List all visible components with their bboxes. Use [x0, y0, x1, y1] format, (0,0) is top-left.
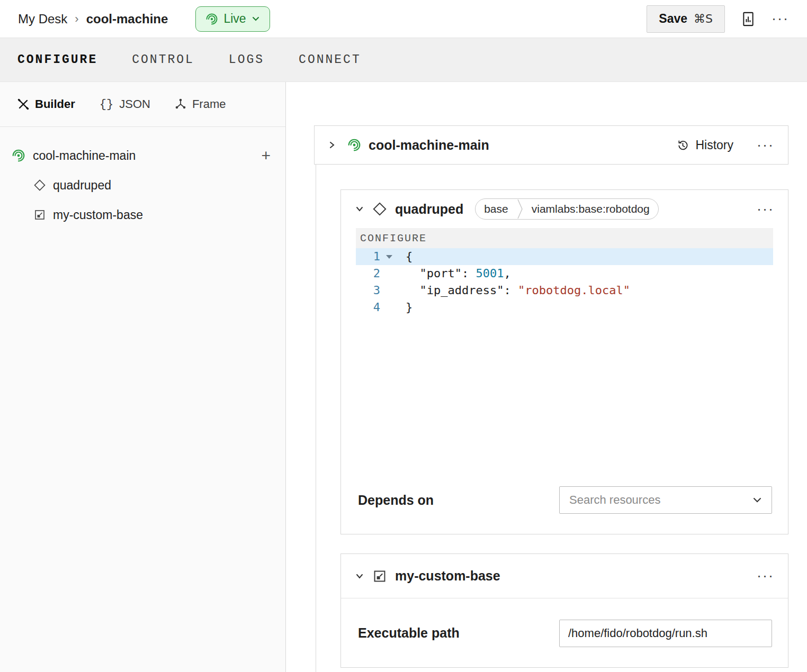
tree-item-label: quadruped — [53, 178, 111, 193]
sidebar: Builder {} JSON Frame — [0, 82, 286, 672]
tree-connector-line — [316, 146, 316, 672]
history-clock-icon — [677, 139, 689, 151]
line-number: 2 — [356, 265, 380, 282]
mode-builder[interactable]: Builder — [17, 97, 75, 111]
tree-item-label: cool-machine-main — [33, 149, 136, 163]
tree-item-quadruped[interactable]: quadruped — [0, 170, 285, 200]
tab-connect[interactable]: CONNECT — [299, 53, 361, 67]
custom-base-card-title: my-custom-base — [395, 568, 500, 584]
code-line[interactable]: 1{ — [356, 248, 773, 265]
mode-frame[interactable]: Frame — [175, 97, 226, 111]
breadcrumb-current: cool-machine — [86, 12, 168, 26]
tree-item-machine-main[interactable]: cool-machine-main + — [0, 141, 285, 170]
machine-card-more-button[interactable]: ··· — [757, 138, 774, 152]
machine-report-button[interactable] — [741, 11, 756, 27]
chevron-down-icon — [355, 205, 364, 213]
collapse-quadruped-button[interactable] — [355, 205, 364, 213]
breadcrumb: My Desk › cool-machine — [18, 12, 168, 26]
chevron-right-icon — [328, 140, 336, 150]
live-status-dropdown[interactable]: Live — [195, 6, 270, 32]
component-diamond-icon — [373, 202, 387, 216]
mode-builder-label: Builder — [35, 97, 75, 111]
tab-control[interactable]: CONTROL — [132, 53, 194, 67]
tree-item-label: my-custom-base — [53, 208, 143, 222]
custom-base-card: my-custom-base ··· Executable path — [340, 553, 788, 668]
code-text: "ip_address": "robotdog.local" — [398, 282, 630, 299]
tab-configure[interactable]: CONFIGURE — [17, 53, 97, 67]
chevron-down-icon — [252, 16, 260, 22]
configure-section-header: CONFIGURE — [356, 228, 773, 248]
badge-separator-chevron-icon — [517, 198, 523, 220]
depends-on-placeholder: Search resources — [569, 493, 660, 507]
frame-axes-icon — [175, 98, 186, 110]
save-label: Save — [659, 12, 687, 26]
module-icon — [34, 209, 46, 221]
save-button[interactable]: Save ⌘S — [647, 5, 725, 33]
machine-signal-icon — [347, 138, 361, 152]
fold-toggle-icon[interactable] — [380, 248, 398, 265]
mode-frame-label: Frame — [192, 97, 226, 111]
component-type-badge: base viamlabs:base:robotdog — [475, 198, 659, 220]
builder-tools-icon — [17, 98, 29, 110]
quadruped-card-more-button[interactable]: ··· — [757, 202, 774, 216]
attributes-code-editor[interactable]: 1{2 "port": 5001,3 "ip_address": "robotd… — [356, 248, 773, 475]
executable-path-input[interactable] — [559, 620, 772, 647]
history-label: History — [695, 138, 733, 152]
badge-model: viamlabs:base:robotdog — [523, 199, 658, 219]
configure-section-label: CONFIGURE — [360, 232, 427, 244]
live-signal-icon — [205, 13, 218, 25]
save-shortcut: ⌘S — [694, 12, 713, 25]
fold-spacer — [380, 299, 398, 316]
mode-json-label: JSON — [119, 97, 150, 111]
fold-spacer — [380, 265, 398, 282]
document-chart-icon — [741, 11, 756, 27]
custom-base-card-body: Executable path — [341, 598, 788, 668]
resource-tree: cool-machine-main + quadruped — [0, 127, 285, 230]
live-label: Live — [223, 12, 246, 26]
line-number: 1 — [356, 248, 380, 265]
chevron-down-icon — [355, 573, 364, 580]
line-number: 3 — [356, 282, 380, 299]
mode-json[interactable]: {} JSON — [100, 97, 150, 111]
depends-on-label: Depends on — [358, 493, 434, 508]
code-text: { — [398, 248, 413, 265]
quadruped-card-title: quadruped — [395, 202, 463, 217]
header-more-button[interactable]: ··· — [772, 12, 789, 26]
code-line[interactable]: 2 "port": 5001, — [356, 265, 773, 282]
expand-machine-button[interactable] — [328, 140, 336, 150]
header: My Desk › cool-machine Live Save ⌘S — [0, 0, 807, 38]
line-number: 4 — [356, 299, 380, 316]
quadruped-card: quadruped base viamlabs:base:robotdog ··… — [340, 189, 788, 534]
collapse-custom-base-button[interactable] — [355, 573, 364, 580]
badge-type: base — [476, 199, 517, 219]
code-text: "port": 5001, — [398, 265, 511, 282]
add-component-button[interactable]: + — [261, 148, 271, 164]
code-text: } — [398, 299, 413, 316]
custom-base-card-header: my-custom-base ··· — [341, 554, 788, 598]
machine-card-title: cool-machine-main — [369, 138, 489, 153]
content: Builder {} JSON Frame — [0, 82, 807, 672]
main-panel: cool-machine-main History ··· — [286, 82, 807, 672]
machine-card: cool-machine-main History ··· — [314, 125, 788, 165]
chevron-down-icon — [752, 497, 762, 503]
fold-spacer — [380, 282, 398, 299]
quadruped-card-header: quadruped base viamlabs:base:robotdog ··… — [341, 190, 788, 228]
machine-signal-icon — [12, 149, 25, 162]
custom-base-more-button[interactable]: ··· — [757, 569, 774, 583]
executable-path-label: Executable path — [358, 625, 460, 641]
tab-logs[interactable]: LOGS — [229, 53, 264, 67]
tab-bar: CONFIGURE CONTROL LOGS CONNECT — [0, 38, 807, 82]
breadcrumb-separator: › — [75, 12, 78, 26]
history-button[interactable]: History — [677, 138, 733, 152]
header-actions: Save ⌘S ··· — [647, 5, 789, 33]
code-line[interactable]: 4} — [356, 299, 773, 316]
depends-on-select[interactable]: Search resources — [559, 486, 772, 514]
config-mode-switcher: Builder {} JSON Frame — [0, 82, 285, 127]
depends-on-row: Depends on Search resources — [358, 486, 772, 514]
component-diamond-icon — [34, 179, 46, 191]
code-line[interactable]: 3 "ip_address": "robotdog.local" — [356, 282, 773, 299]
tree-item-my-custom-base[interactable]: my-custom-base — [0, 200, 285, 230]
breadcrumb-root[interactable]: My Desk — [18, 12, 67, 26]
braces-icon: {} — [100, 98, 113, 111]
module-icon — [373, 569, 387, 583]
